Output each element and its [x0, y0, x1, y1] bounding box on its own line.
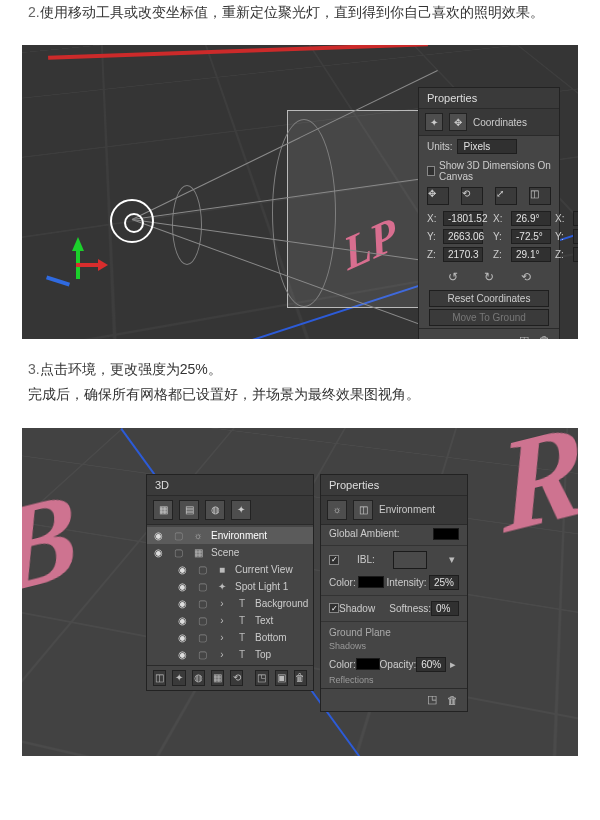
scene-icon-3[interactable]: ◍	[192, 670, 205, 686]
scene-icon-5[interactable]: ⟲	[230, 670, 243, 686]
env-tab2-icon[interactable]: ◫	[353, 500, 373, 520]
ibl-thumb[interactable]	[393, 551, 427, 569]
ibl-color-swatch[interactable]	[358, 576, 384, 588]
visibility-eye-icon[interactable]: ◉	[151, 530, 165, 541]
rotate-y-icon[interactable]: ↻	[484, 270, 494, 284]
softness-input[interactable]: 0%	[431, 601, 459, 616]
artwork-letter-b: B	[22, 463, 82, 622]
y-scale-input: 0.01	[573, 229, 578, 244]
gizmo-y-axis-icon[interactable]	[72, 231, 84, 251]
opacity-flyout-icon[interactable]: ▸	[446, 657, 459, 671]
units-select[interactable]: Pixels	[457, 139, 517, 154]
scene-row-text[interactable]: ◉▢›TText	[147, 612, 313, 629]
gizmo-x-axis-icon[interactable]	[76, 263, 104, 267]
y-angle-input[interactable]: -72.5°	[511, 229, 551, 244]
x-pos-input[interactable]: -1801.52	[443, 211, 483, 226]
move-gizmo[interactable]	[44, 231, 104, 291]
slot-icon: ▢	[195, 615, 209, 626]
reflections-label: Reflections	[329, 675, 374, 685]
global-ambient-swatch[interactable]	[433, 528, 459, 540]
render-icon[interactable]: ◳	[517, 333, 531, 339]
scene-row-label: Current View	[235, 564, 293, 575]
scene-row-current-view[interactable]: ◉▢■Current View	[147, 561, 313, 578]
step-3-text: 3.点击环境，更改强度为25%。 完成后，确保所有网格都已设置好，并场景为最终效…	[0, 357, 600, 427]
ibl-menu-icon[interactable]: ▾	[445, 553, 459, 567]
scene-icon-1[interactable]: ◫	[153, 670, 166, 686]
chevron-right-icon[interactable]: ›	[215, 649, 229, 660]
filter-scene-icon[interactable]: ▦	[153, 500, 173, 520]
ibl-color-row: Color: Intensity: 25%	[321, 572, 467, 593]
rotate-mode-button[interactable]: ⟲	[461, 187, 483, 205]
spotlight-handle[interactable]	[110, 199, 154, 243]
env-panel-footer: ◳ 🗑	[321, 688, 467, 711]
reset-coordinates-button[interactable]: Reset Coordinates	[429, 290, 549, 307]
row-type-icon: ■	[215, 564, 229, 575]
environment-properties-panel: Properties ☼ ◫ Environment Global Ambien…	[320, 474, 468, 712]
scene-render-icon[interactable]: ◳	[255, 670, 268, 686]
visibility-eye-icon[interactable]: ◉	[175, 598, 189, 609]
env-tab-icon[interactable]: ☼	[327, 500, 347, 520]
trash-icon[interactable]: 🗑	[537, 333, 551, 339]
visibility-eye-icon[interactable]: ◉	[175, 649, 189, 660]
align-mode-button[interactable]: ◫	[529, 187, 551, 205]
tab-coords-icon[interactable]: ✥	[449, 113, 467, 131]
scene-icon-2[interactable]: ✦	[172, 670, 185, 686]
y-angle-label: Y:	[493, 231, 507, 242]
visibility-eye-icon[interactable]: ◉	[175, 581, 189, 592]
filter-material-icon[interactable]: ◍	[205, 500, 225, 520]
y-scale-label: Y:	[555, 231, 569, 242]
rotate-z-icon[interactable]: ⟲	[521, 270, 531, 284]
opacity-input[interactable]: 60%	[416, 657, 446, 672]
chevron-right-icon[interactable]: ›	[215, 598, 229, 609]
ground-color-swatch[interactable]	[356, 658, 380, 670]
x-scale-label: X:	[555, 213, 569, 224]
transform-mode-row: ✥ ⟲ ⤢ ◫	[419, 185, 559, 207]
visibility-eye-icon[interactable]: ◉	[175, 615, 189, 626]
scale-mode-button[interactable]: ⤢	[495, 187, 517, 205]
screenshot-environment: R B 3D ▦ ▤ ◍ ✦ ◉▢☼Environment◉▢▦Scene◉▢■…	[22, 428, 578, 756]
move-mode-button[interactable]: ✥	[427, 187, 449, 205]
x-angle-label: X:	[493, 213, 507, 224]
show-3d-checkbox[interactable]	[427, 166, 435, 176]
row-type-icon: T	[235, 632, 249, 643]
scene-row-scene[interactable]: ◉▢▦Scene	[147, 544, 313, 561]
visibility-eye-icon[interactable]: ◉	[175, 632, 189, 643]
rotate-x-icon[interactable]: ↺	[448, 270, 458, 284]
chevron-right-icon[interactable]: ›	[215, 615, 229, 626]
slot-icon: ▢	[195, 564, 209, 575]
z-pos-input[interactable]: 2170.3	[443, 247, 483, 262]
3d-scene-panel: 3D ▦ ▤ ◍ ✦ ◉▢☼Environment◉▢▦Scene◉▢■Curr…	[146, 474, 314, 691]
tab-mesh-icon[interactable]: ✦	[425, 113, 443, 131]
filter-light-icon[interactable]: ✦	[231, 500, 251, 520]
scene-icon-4[interactable]: ▦	[211, 670, 224, 686]
env-trash-icon[interactable]: 🗑	[445, 693, 459, 707]
ibl-checkbox[interactable]: ✓	[329, 555, 339, 565]
intensity-input[interactable]: 25%	[429, 575, 459, 590]
chevron-right-icon[interactable]: ›	[215, 632, 229, 643]
scene-row-label: Text	[255, 615, 273, 626]
z-angle-input[interactable]: 29.1°	[511, 247, 551, 262]
scene-row-top[interactable]: ◉▢›TTop	[147, 646, 313, 663]
env-render-icon[interactable]: ◳	[425, 693, 439, 707]
scene-row-background[interactable]: ◉▢›TBackground	[147, 595, 313, 612]
visibility-eye-icon[interactable]: ◉	[151, 547, 165, 558]
step-2-text: 2.使用移动工具或改变坐标值，重新定位聚光灯，直到得到你自己喜欢的照明效果。	[0, 0, 600, 45]
row-type-icon: ✦	[215, 581, 229, 592]
scene-row-environment[interactable]: ◉▢☼Environment	[147, 527, 313, 544]
reflections-row: Reflections	[321, 675, 467, 688]
scene-row-spot-light-1[interactable]: ◉▢✦Spot Light 1	[147, 578, 313, 595]
scene-row-bottom[interactable]: ◉▢›TBottom	[147, 629, 313, 646]
visibility-eye-icon[interactable]: ◉	[175, 564, 189, 575]
scene-new-icon[interactable]: ▣	[275, 670, 288, 686]
shadow-row: ✓ Shadow Softness: 0%	[321, 598, 467, 619]
step-3-line1: 点击环境，更改强度为25%。	[40, 361, 222, 377]
shadow-checkbox[interactable]: ✓	[329, 603, 339, 613]
y-pos-input[interactable]: 2663.06	[443, 229, 483, 244]
scene-row-label: Environment	[211, 530, 267, 541]
z-scale-input: 0.01	[573, 247, 578, 262]
gizmo-z-axis-icon[interactable]	[46, 276, 70, 287]
x-angle-input[interactable]: 26.9°	[511, 211, 551, 226]
ground-color-row: Color: Opacity: 60% ▸	[321, 654, 467, 675]
scene-trash-icon[interactable]: 🗑	[294, 670, 307, 686]
filter-mesh-icon[interactable]: ▤	[179, 500, 199, 520]
